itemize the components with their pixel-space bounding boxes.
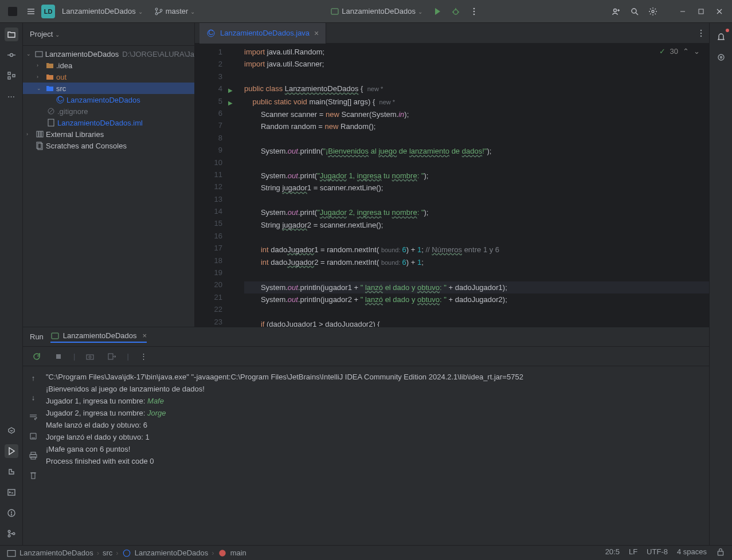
line-separator[interactable]: LF: [629, 547, 637, 558]
stop-button[interactable]: [52, 350, 65, 363]
tree-src[interactable]: ⌄src: [23, 83, 194, 94]
close-window-button[interactable]: [711, 3, 727, 19]
java-class-icon: C: [206, 29, 216, 38]
svg-rect-7: [331, 9, 338, 14]
run-label: Run: [30, 332, 44, 341]
readonly-lock-icon[interactable]: [716, 547, 725, 558]
main-menu-icon[interactable]: [23, 3, 39, 19]
editor-tabs: C LanzamientoDeDados.java ×: [195, 23, 709, 44]
svg-point-32: [11, 515, 11, 515]
project-name: LanzamientoDeDados: [62, 7, 136, 15]
notifications-icon[interactable]: [714, 30, 728, 44]
print-icon[interactable]: [26, 449, 40, 463]
close-run-tab-icon[interactable]: ×: [143, 331, 147, 340]
svg-point-34: [8, 535, 10, 537]
terminal-tool-icon[interactable]: [5, 485, 18, 499]
indent[interactable]: 4 spaces: [677, 547, 707, 558]
project-badge[interactable]: LD: [41, 5, 55, 18]
svg-rect-44: [41, 131, 43, 137]
editor-tab-label: LanzamientoDeDados.java: [220, 29, 310, 37]
code-with-me-icon[interactable]: [608, 3, 624, 19]
crumb-project[interactable]: LanzamientoDeDados: [19, 549, 93, 557]
svg-rect-54: [87, 355, 93, 359]
code-text[interactable]: import java.util.Random; import java.uti…: [227, 44, 709, 327]
svg-point-55: [89, 356, 91, 358]
down-stack-icon[interactable]: ↓: [26, 390, 40, 404]
branch-dropdown[interactable]: master: [150, 3, 200, 19]
editor-tab[interactable]: C LanzamientoDeDados.java ×: [199, 23, 326, 44]
crumb-class[interactable]: LanzamientoDeDados: [135, 549, 209, 557]
tree-idea[interactable]: ›.idea: [23, 60, 194, 71]
svg-text:C: C: [208, 29, 213, 37]
svg-rect-29: [8, 489, 15, 495]
run-tab[interactable]: LanzamientoDeDados ×: [50, 331, 147, 343]
svg-point-4: [155, 8, 158, 10]
project-tool-icon[interactable]: [5, 28, 18, 41]
inspection-count: 30: [670, 47, 678, 56]
search-icon[interactable]: [627, 3, 643, 19]
more-tools-icon[interactable]: ⋯: [5, 89, 18, 103]
svg-rect-67: [718, 551, 723, 555]
svg-point-6: [160, 9, 162, 11]
tree-gitignore[interactable]: .gitignore: [23, 105, 194, 117]
svg-point-13: [473, 10, 475, 12]
screenshot-button[interactable]: [83, 350, 97, 363]
project-tree[interactable]: ⌄LanzamientoDeDadosD:\JORGE\ALURA\Ja ›.i…: [23, 46, 194, 327]
svg-point-16: [632, 9, 636, 13]
up-stack-icon[interactable]: ↑: [26, 371, 40, 385]
run-config-icon: [330, 7, 339, 16]
crumb-src[interactable]: src: [103, 549, 112, 557]
tree-scratches[interactable]: Scratches and Consoles: [23, 140, 194, 151]
console-output[interactable]: "C:\Program Files\Java\jdk-17\bin\java.e…: [44, 366, 709, 545]
run-button[interactable]: [429, 3, 445, 19]
debug-button[interactable]: [448, 3, 464, 19]
run-tool-icon[interactable]: [5, 444, 18, 458]
settings-icon[interactable]: [645, 3, 661, 19]
build-tool-icon[interactable]: [5, 465, 18, 479]
app-icon[interactable]: [5, 3, 21, 19]
editor-more-icon[interactable]: [693, 25, 709, 41]
svg-rect-42: [37, 131, 38, 137]
svg-rect-27: [8, 77, 10, 79]
close-tab-icon[interactable]: ×: [314, 29, 319, 38]
tree-iml[interactable]: LanzamientoDeDados.iml: [23, 117, 194, 128]
svg-point-18: [652, 10, 654, 13]
branch-icon: [154, 7, 163, 16]
svg-point-49: [700, 29, 702, 30]
rerun-button[interactable]: [30, 350, 44, 363]
clear-icon[interactable]: [26, 468, 40, 482]
exit-button[interactable]: [105, 350, 119, 363]
encoding[interactable]: UTF-8: [647, 547, 668, 558]
tree-out[interactable]: ›out: [23, 71, 194, 83]
project-dropdown[interactable]: LanzamientoDeDados: [57, 3, 147, 19]
crumb-method[interactable]: main: [230, 549, 246, 557]
console-more-icon[interactable]: ⋮: [137, 350, 151, 363]
scroll-end-icon[interactable]: [26, 429, 40, 443]
minimize-button[interactable]: [675, 3, 691, 19]
maximize-button[interactable]: [693, 3, 709, 19]
svg-rect-20: [699, 9, 703, 14]
more-actions-button[interactable]: [466, 3, 482, 19]
cursor-position[interactable]: 20:5: [605, 547, 620, 558]
run-config-dropdown[interactable]: LanzamientoDeDados: [326, 3, 427, 19]
svg-rect-41: [48, 119, 54, 126]
code-area[interactable]: 1234▶5▶67891011121314151617181920212223 …: [195, 44, 709, 327]
tree-java-file[interactable]: CLanzamientoDeDados: [23, 94, 194, 105]
console-toolbar: | | ⋮: [23, 347, 709, 366]
gutter[interactable]: 1234▶5▶67891011121314151617181920212223: [195, 44, 227, 327]
services-tool-icon[interactable]: [5, 424, 18, 437]
tree-external-libs[interactable]: ›External Libraries: [23, 128, 194, 140]
inspection-widget[interactable]: ✓30 ⌃⌄: [659, 47, 700, 56]
right-tool-strip: [709, 23, 732, 545]
svg-rect-26: [8, 72, 10, 75]
project-panel-header[interactable]: Project: [23, 23, 194, 46]
structure-tool-icon[interactable]: [5, 69, 18, 83]
tree-root[interactable]: ⌄LanzamientoDeDadosD:\JORGE\ALURA\Ja: [23, 48, 194, 60]
ai-assistant-icon[interactable]: [714, 50, 728, 64]
soft-wrap-icon[interactable]: [26, 410, 40, 424]
breadcrumbs[interactable]: LanzamientoDeDados› src› LanzamientoDeDa…: [7, 549, 246, 558]
vcs-tool-icon[interactable]: [5, 527, 18, 541]
commit-tool-icon[interactable]: [5, 48, 18, 62]
editor: C LanzamientoDeDados.java × 1234▶5▶67891…: [195, 23, 709, 327]
problems-tool-icon[interactable]: [5, 506, 18, 520]
